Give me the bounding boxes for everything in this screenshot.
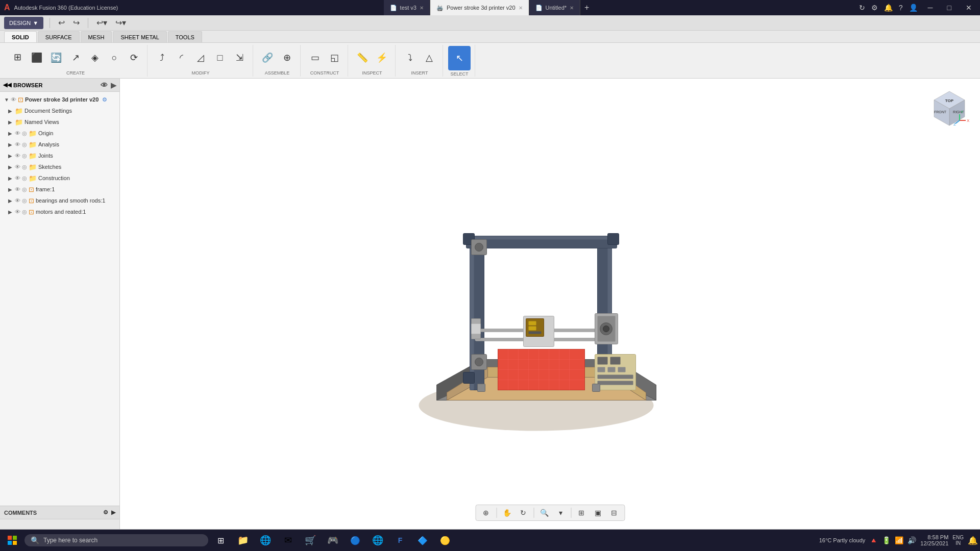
fillet-button[interactable]: ◜	[172, 47, 190, 68]
tree-item-origin[interactable]: ▶ 👁 ◎ 📁 Origin	[0, 128, 119, 139]
refresh-icon[interactable]: ↻	[859, 4, 865, 12]
tree-item-bearings[interactable]: ▶ 👁 ◎ ⊡ bearings and smooth rods:1	[0, 195, 119, 206]
taskbar-app-chrome[interactable]: 🌐	[368, 530, 388, 550]
svg-rect-49	[607, 367, 615, 372]
redo-dropdown-button[interactable]: ↪▾	[113, 17, 128, 29]
sweep-button[interactable]: ↗	[66, 47, 85, 68]
language-display[interactable]: ENG IN	[952, 535, 964, 546]
view-options-button[interactable]: ▣	[591, 507, 605, 519]
tab-untitled[interactable]: 📄 Untitled* ✕	[529, 0, 581, 15]
viewport-toolbar: ⊕ ✋ ↻ 🔍 ▾ ⊞ ▣ ⊟	[475, 505, 625, 521]
as-built-joint-button[interactable]: ⊕	[278, 47, 296, 68]
taskbar-app-browser[interactable]: 🌐	[255, 530, 276, 550]
tree-item-construction[interactable]: ▶ 👁 ◎ 📁 Construction	[0, 172, 119, 184]
close-button[interactable]: ✕	[962, 4, 976, 12]
tree-root-arrow: ▼	[4, 97, 9, 103]
start-button[interactable]	[2, 530, 22, 550]
browser-expand-icon[interactable]: ▶	[111, 81, 116, 89]
zoom-dropdown-icon[interactable]: ▾	[553, 507, 568, 519]
shell-button[interactable]: □	[211, 47, 229, 68]
look-button[interactable]: ↻	[516, 507, 530, 519]
select-button[interactable]: ↖	[448, 46, 471, 70]
settings-icon[interactable]: ⚙	[871, 4, 878, 12]
tree-item-frame[interactable]: ▶ 👁 ◎ ⊡ frame:1	[0, 184, 119, 195]
tree-item-root[interactable]: ▼ 👁 ⊡ Power stroke 3d printer v20 ⚙	[0, 94, 119, 105]
revolve-button[interactable]: 🔄	[47, 47, 65, 68]
tree-analysis-arrow: ▶	[8, 142, 13, 147]
taskbar-app-app2[interactable]: 🔷	[412, 530, 433, 550]
tab-test[interactable]: 📄 test v3 ✕	[384, 0, 430, 15]
clock-display[interactable]: 8:58 PM 12/25/2021	[920, 534, 948, 546]
orbit-button[interactable]: ⊕	[479, 507, 493, 519]
taskbar: 🔍 Type here to search ⊞ 📁 🌐 ✉ 🛒 🎮 🔵 🌐 F …	[0, 530, 980, 551]
tree-item-sketches[interactable]: ▶ 👁 ◎ 📁 Sketches	[0, 161, 119, 172]
loft-button[interactable]: ◈	[86, 47, 104, 68]
tree-bearings-label: bearings and smooth rods:1	[36, 197, 105, 204]
browser-eye-icon[interactable]: 👁	[101, 81, 108, 89]
new-tab-button[interactable]: +	[580, 3, 593, 12]
extrude-button[interactable]: ⬛	[28, 47, 46, 68]
offset-plane-button[interactable]: ▭	[306, 47, 324, 68]
mode-tab-sheetmetal[interactable]: SHEET METAL	[113, 31, 166, 42]
mode-tab-tools[interactable]: TOOLS	[168, 31, 202, 42]
viewport[interactable]: TOP RIGHT FRONT X Y Z	[120, 79, 980, 529]
browser-collapse-icon[interactable]: ◀◀	[3, 82, 11, 88]
offset-plane-icon: ▭	[311, 53, 320, 62]
joint-button[interactable]: 🔗	[258, 47, 277, 68]
maximize-button[interactable]: □	[943, 4, 955, 12]
taskbar-app-fusion[interactable]: F	[390, 530, 410, 550]
tree-item-named-views[interactable]: ▶ 📁 Named Views	[0, 116, 119, 128]
taskbar-app-apps1[interactable]: 🔵	[345, 530, 365, 550]
redo-button[interactable]: ↪	[71, 17, 82, 29]
insert-derive-button[interactable]: ⤵	[401, 47, 419, 68]
notifications-icon[interactable]: 🔔	[884, 4, 893, 12]
taskbar-app-xbox[interactable]: 🎮	[323, 530, 343, 550]
tree-item-doc-settings[interactable]: ▶ 📁 Document Settings	[0, 105, 119, 116]
tab-test-icon: 📄	[390, 5, 397, 11]
chamfer-button[interactable]: ◿	[191, 47, 210, 68]
design-mode-button[interactable]: DESIGN ▼	[4, 17, 43, 29]
taskbar-app-store[interactable]: 🛒	[300, 530, 321, 550]
hole-button[interactable]: ○	[105, 47, 124, 68]
mode-tab-solid[interactable]: SOLID	[4, 31, 37, 42]
user-icon[interactable]: 👤	[909, 4, 918, 12]
plane-at-angle-button[interactable]: ◱	[325, 47, 344, 68]
minimize-button[interactable]: ─	[924, 4, 937, 12]
tree-item-motors[interactable]: ▶ 👁 ◎ ⊡ motors and reated:1	[0, 206, 119, 217]
taskbar-app-mail[interactable]: ✉	[278, 530, 298, 550]
grid-options-button[interactable]: ⊟	[607, 507, 621, 519]
interference-button[interactable]: ⚡	[373, 47, 391, 68]
undo-button[interactable]: ↩	[56, 17, 67, 29]
tab-untitled-close-icon[interactable]: ✕	[570, 5, 574, 11]
undo-dropdown-button[interactable]: ↩▾	[94, 17, 109, 29]
tab-printer-close-icon[interactable]: ✕	[519, 5, 523, 11]
display-settings-button[interactable]: ⊞	[574, 507, 589, 519]
tree-root-settings-icon[interactable]: ⚙	[102, 96, 107, 103]
press-pull-button[interactable]: ⤴	[153, 47, 171, 68]
tree-item-joints[interactable]: ▶ 👁 ◎ 📁 Joints	[0, 150, 119, 161]
comments-expand-icon[interactable]: ▶	[111, 509, 115, 516]
tree-item-analysis[interactable]: ▶ 👁 ◎ 📁 Analysis	[0, 139, 119, 150]
measure-button[interactable]: 📏	[353, 47, 372, 68]
thread-button[interactable]: ⟳	[125, 47, 143, 68]
taskbar-app-explorer[interactable]: 📁	[233, 530, 253, 550]
new-component-button[interactable]: ⊞	[8, 47, 27, 68]
nav-cube[interactable]: TOP RIGHT FRONT X Y Z	[929, 89, 970, 130]
tab-printer[interactable]: 🖨️ Power stroke 3d printer v20 ✕	[430, 0, 529, 15]
taskbar-app-app3[interactable]: 🟡	[435, 530, 455, 550]
scale-button[interactable]: ⇲	[230, 47, 249, 68]
mode-tab-mesh[interactable]: MESH	[81, 31, 112, 42]
comments-settings-icon[interactable]: ⚙	[103, 509, 108, 516]
taskbar-search[interactable]: 🔍 Type here to search	[24, 534, 208, 546]
pan-button[interactable]: ✋	[500, 507, 514, 519]
notification-button[interactable]: 🔔	[968, 536, 978, 545]
printer-3d-model	[396, 160, 676, 447]
zoom-button[interactable]: 🔍	[537, 507, 551, 519]
mode-tab-surface[interactable]: SURFACE	[38, 31, 80, 42]
help-icon[interactable]: ?	[899, 4, 903, 12]
svg-text:X: X	[967, 118, 970, 123]
tab-test-close-icon[interactable]: ✕	[420, 5, 424, 11]
ribbon-group-assemble: 🔗 ⊕ ASSEMBLE	[254, 45, 301, 77]
task-view-button[interactable]: ⊞	[210, 530, 231, 550]
insert-mesh-button[interactable]: △	[420, 47, 438, 68]
